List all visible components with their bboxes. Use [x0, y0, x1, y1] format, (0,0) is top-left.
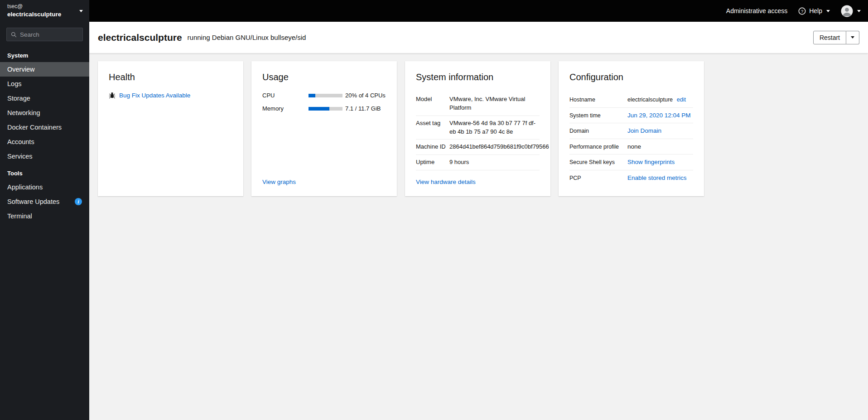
asset-tag-row: Asset tag VMware-56 4d 9a 30 b7 77 7f df…: [416, 116, 540, 140]
uptime-value: 9 hours: [449, 158, 540, 167]
performance-profile-value: none: [627, 142, 693, 151]
memory-label: Memory: [262, 105, 306, 112]
sidebar-item-networking[interactable]: Networking: [0, 106, 89, 120]
cpu-value: 20% of 4 CPUs: [345, 92, 386, 99]
cpu-progress-bar: [309, 94, 342, 97]
cpu-progress-fill: [309, 94, 315, 97]
performance-profile-row: Performance profile none: [569, 139, 693, 155]
administrative-access-button[interactable]: Administrative access: [726, 7, 787, 14]
join-domain-link[interactable]: Join Domain: [627, 127, 661, 134]
page-title: electricalsculpture: [98, 32, 182, 43]
enable-stored-metrics-link[interactable]: Enable stored metrics: [627, 174, 687, 181]
sidebar-search: [0, 22, 89, 46]
host-switcher[interactable]: tsec@ electricalsculpture: [0, 0, 89, 22]
secure-shell-keys-value: Show fingerprints: [627, 158, 693, 167]
restart-button[interactable]: Restart: [813, 31, 846, 44]
memory-progress-fill: [309, 107, 329, 111]
health-update-item: Bug Fix Updates Available: [109, 92, 232, 99]
sidebar-item-label: Logs: [7, 80, 21, 87]
asset-tag-label: Asset tag: [416, 119, 446, 136]
sidebar-item-label: Overview: [7, 66, 34, 73]
bug-fix-updates-link[interactable]: Bug Fix Updates Available: [119, 92, 190, 99]
search-box[interactable]: [6, 28, 83, 41]
search-input[interactable]: [20, 31, 78, 38]
show-fingerprints-link[interactable]: Show fingerprints: [627, 159, 675, 165]
usage-card: Usage CPU 20% of 4 CPUs Memory 7.1 / 11.…: [251, 61, 397, 196]
host-switcher-labels: tsec@ electricalsculpture: [7, 3, 61, 18]
sidebar-item-label: Terminal: [7, 212, 32, 220]
system-information-card-footer: View hardware details: [416, 179, 540, 185]
sidebar-item-label: Networking: [7, 109, 40, 116]
configuration-card-title: Configuration: [569, 72, 693, 82]
usage-card-title: Usage: [262, 72, 386, 82]
memory-usage-row: Memory 7.1 / 11.7 GiB: [262, 105, 386, 112]
system-information-card-title: System information: [416, 72, 540, 82]
pcp-value: Enable stored metrics: [627, 174, 693, 183]
system-time-link[interactable]: Jun 29, 2020 12:04 PM: [627, 112, 691, 119]
restart-split-button: Restart: [813, 31, 859, 44]
sidebar-item-software-updates[interactable]: Software Updates i: [0, 194, 89, 209]
sidebar-item-overview[interactable]: Overview: [0, 62, 89, 77]
chevron-down-icon: [857, 10, 861, 12]
cpu-label: CPU: [262, 92, 306, 99]
chevron-down-icon: [851, 36, 854, 39]
question-circle-icon: ?: [798, 7, 806, 15]
domain-label: Domain: [569, 127, 625, 135]
help-menu[interactable]: ? Help: [798, 7, 830, 15]
logged-in-user: tsec@: [7, 3, 61, 10]
uptime-label: Uptime: [416, 158, 446, 167]
page-header: electricalsculpture running Debian GNU/L…: [89, 22, 868, 53]
svg-text:?: ?: [801, 8, 803, 13]
hostname-label: Hostname: [569, 96, 625, 104]
edit-hostname-link[interactable]: edit: [677, 97, 686, 103]
user-avatar-icon: [841, 5, 853, 17]
memory-value: 7.1 / 11.7 GiB: [345, 105, 386, 112]
domain-row: Domain Join Domain: [569, 123, 693, 139]
view-hardware-details-link[interactable]: View hardware details: [416, 179, 476, 185]
sidebar-item-services[interactable]: Services: [0, 149, 89, 164]
system-time-label: System time: [569, 111, 625, 120]
system-time-value: Jun 29, 2020 12:04 PM: [627, 111, 693, 120]
sidebar-item-accounts[interactable]: Accounts: [0, 135, 89, 149]
uptime-row: Uptime 9 hours: [416, 155, 540, 170]
overview-content: Health: [89, 53, 868, 204]
model-label: Model: [416, 95, 446, 112]
sidebar-item-label: Services: [7, 153, 33, 160]
restart-dropdown-toggle[interactable]: [846, 31, 859, 44]
view-graphs-link[interactable]: View graphs: [262, 179, 296, 185]
pcp-label: PCP: [569, 174, 625, 182]
info-icon: i: [75, 198, 82, 205]
bug-icon: [109, 92, 116, 99]
sidebar-item-logs[interactable]: Logs: [0, 77, 89, 91]
session-menu[interactable]: [841, 5, 861, 17]
health-card: Health: [98, 61, 243, 196]
hostname-row: Hostname electricalsculpture edit: [569, 92, 693, 108]
topbar: Administrative access ? Help: [89, 0, 868, 22]
sidebar-item-terminal[interactable]: Terminal: [0, 209, 89, 223]
sidebar-item-label: Applications: [7, 183, 43, 191]
nav-section-tools: Tools: [0, 164, 89, 180]
health-card-title: Health: [109, 72, 232, 82]
sidebar-item-label: Software Updates: [7, 198, 59, 205]
secure-shell-keys-label: Secure Shell keys: [569, 158, 625, 166]
sidebar-item-applications[interactable]: Applications: [0, 180, 89, 194]
system-time-row: System time Jun 29, 2020 12:04 PM: [569, 108, 693, 124]
chevron-down-icon: [826, 10, 830, 12]
sidebar-item-label: Storage: [7, 95, 30, 102]
machine-id-value: 2864d41bef864d759b681f9c0bf79566: [449, 143, 549, 151]
memory-progress-bar: [309, 107, 342, 111]
sidebar-item-docker-containers[interactable]: Docker Containers: [0, 120, 89, 135]
chevron-down-icon: [79, 10, 83, 12]
administrative-access-label: Administrative access: [726, 7, 787, 14]
sidebar-item-label: Docker Containers: [7, 124, 62, 131]
secure-shell-keys-row: Secure Shell keys Show fingerprints: [569, 154, 693, 170]
sidebar-item-storage[interactable]: Storage: [0, 91, 89, 106]
hostname-text: electricalsculpture: [627, 97, 673, 103]
model-row: Model VMware, Inc. VMware Virtual Platfo…: [416, 92, 540, 116]
help-label: Help: [809, 7, 822, 14]
sidebar-nav: System Overview Logs Storage Networking …: [0, 46, 89, 420]
main-area: Administrative access ? Help: [89, 0, 868, 420]
current-host: electricalsculpture: [7, 10, 61, 19]
usage-card-footer: View graphs: [262, 179, 386, 185]
os-description: running Debian GNU/Linux bullseye/sid: [188, 34, 306, 41]
